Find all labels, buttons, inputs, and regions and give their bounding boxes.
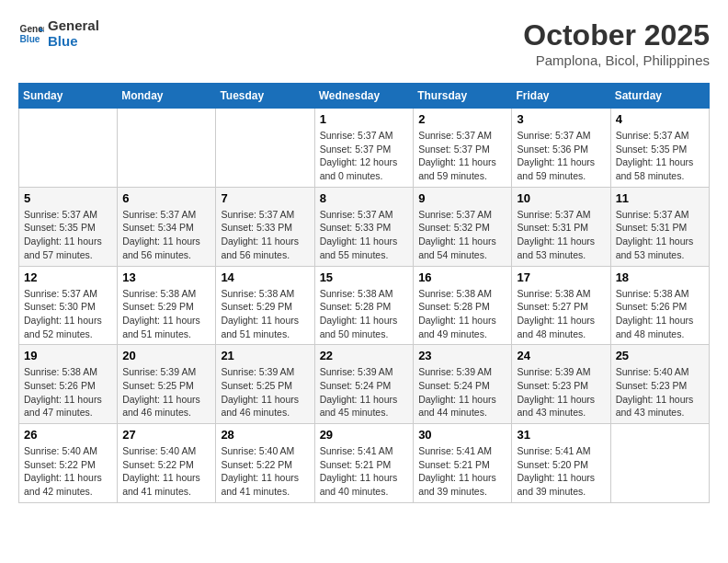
sunrise-text: Sunrise: 5:40 AM <box>122 444 210 458</box>
calendar-cell: 10Sunrise: 5:37 AMSunset: 5:31 PMDayligh… <box>512 187 610 266</box>
daylight-text: Daylight: 11 hours and 53 minutes. <box>517 235 605 261</box>
calendar-cell: 3Sunrise: 5:37 AMSunset: 5:36 PMDaylight… <box>512 109 610 188</box>
day-info: Sunrise: 5:38 AMSunset: 5:29 PMDaylight:… <box>122 287 210 341</box>
daylight-text: Daylight: 11 hours and 43 minutes. <box>616 393 704 419</box>
day-number: 2 <box>418 112 506 126</box>
sunset-text: Sunset: 5:37 PM <box>320 143 409 156</box>
daylight-text: Daylight: 11 hours and 39 minutes. <box>418 471 506 498</box>
sunset-text: Sunset: 5:26 PM <box>24 379 112 393</box>
sunset-text: Sunset: 5:21 PM <box>418 458 506 472</box>
day-number: 8 <box>320 191 409 205</box>
sunrise-text: Sunrise: 5:37 AM <box>221 208 309 222</box>
day-of-week-header: Wednesday <box>314 84 414 109</box>
calendar-cell: 30Sunrise: 5:41 AMSunset: 5:21 PMDayligh… <box>414 424 512 503</box>
daylight-text: Daylight: 11 hours and 51 minutes. <box>221 314 309 340</box>
location-title: Pamplona, Bicol, Philippines <box>523 52 710 68</box>
day-info: Sunrise: 5:37 AMSunset: 5:37 PMDaylight:… <box>418 129 506 183</box>
sunrise-text: Sunrise: 5:37 AM <box>517 129 605 143</box>
sunrise-text: Sunrise: 5:38 AM <box>122 287 210 301</box>
daylight-text: Daylight: 11 hours and 55 minutes. <box>320 235 409 261</box>
sunset-text: Sunset: 5:33 PM <box>320 221 409 235</box>
sunset-text: Sunset: 5:33 PM <box>221 221 309 235</box>
calendar-cell: 21Sunrise: 5:39 AMSunset: 5:25 PMDayligh… <box>216 345 314 424</box>
daylight-text: Daylight: 11 hours and 59 minutes. <box>517 155 605 182</box>
calendar-header-row: SundayMondayTuesdayWednesdayThursdayFrid… <box>19 84 710 109</box>
day-of-week-header: Sunday <box>19 84 118 109</box>
sunset-text: Sunset: 5:30 PM <box>24 300 112 314</box>
daylight-text: Daylight: 11 hours and 47 minutes. <box>24 393 112 419</box>
day-info: Sunrise: 5:40 AMSunset: 5:22 PMDaylight:… <box>24 444 112 499</box>
sunrise-text: Sunrise: 5:38 AM <box>320 287 409 301</box>
day-number: 22 <box>320 349 409 362</box>
day-number: 5 <box>24 191 112 205</box>
day-info: Sunrise: 5:40 AMSunset: 5:22 PMDaylight:… <box>122 444 210 499</box>
logo-icon: General Blue <box>18 21 44 47</box>
daylight-text: Daylight: 11 hours and 41 minutes. <box>122 471 210 498</box>
day-number: 26 <box>24 428 112 442</box>
sunrise-text: Sunrise: 5:41 AM <box>517 444 605 458</box>
calendar-cell <box>610 424 709 503</box>
sunset-text: Sunset: 5:21 PM <box>320 458 409 472</box>
sunset-text: Sunset: 5:26 PM <box>616 300 704 314</box>
sunrise-text: Sunrise: 5:38 AM <box>517 287 605 301</box>
day-number: 29 <box>320 428 409 442</box>
sunrise-text: Sunrise: 5:39 AM <box>122 365 210 379</box>
day-info: Sunrise: 5:38 AMSunset: 5:26 PMDaylight:… <box>616 287 704 341</box>
sunset-text: Sunset: 5:27 PM <box>517 300 605 314</box>
calendar-cell: 6Sunrise: 5:37 AMSunset: 5:34 PMDaylight… <box>118 187 216 266</box>
sunrise-text: Sunrise: 5:40 AM <box>24 444 112 458</box>
day-info: Sunrise: 5:39 AMSunset: 5:25 PMDaylight:… <box>221 365 309 419</box>
sunrise-text: Sunrise: 5:40 AM <box>616 365 704 379</box>
daylight-text: Daylight: 11 hours and 51 minutes. <box>122 314 210 340</box>
day-number: 6 <box>122 191 210 205</box>
calendar-cell: 1Sunrise: 5:37 AMSunset: 5:37 PMDaylight… <box>314 109 414 188</box>
sunset-text: Sunset: 5:35 PM <box>616 143 704 156</box>
day-info: Sunrise: 5:38 AMSunset: 5:27 PMDaylight:… <box>517 287 605 341</box>
calendar-cell: 8Sunrise: 5:37 AMSunset: 5:33 PMDaylight… <box>314 187 414 266</box>
calendar-cell: 15Sunrise: 5:38 AMSunset: 5:28 PMDayligh… <box>314 266 414 345</box>
calendar-week-row: 12Sunrise: 5:37 AMSunset: 5:30 PMDayligh… <box>19 266 710 345</box>
sunrise-text: Sunrise: 5:37 AM <box>320 208 409 222</box>
calendar-cell: 22Sunrise: 5:39 AMSunset: 5:24 PMDayligh… <box>314 345 414 424</box>
calendar-week-row: 26Sunrise: 5:40 AMSunset: 5:22 PMDayligh… <box>19 424 710 503</box>
day-number: 14 <box>221 270 309 284</box>
sunset-text: Sunset: 5:28 PM <box>418 300 506 314</box>
day-number: 17 <box>517 270 605 284</box>
day-info: Sunrise: 5:37 AMSunset: 5:30 PMDaylight:… <box>24 287 112 341</box>
sunrise-text: Sunrise: 5:37 AM <box>418 129 506 143</box>
sunrise-text: Sunrise: 5:37 AM <box>122 208 210 222</box>
day-info: Sunrise: 5:41 AMSunset: 5:21 PMDaylight:… <box>418 444 506 499</box>
day-info: Sunrise: 5:39 AMSunset: 5:24 PMDaylight:… <box>418 365 506 419</box>
calendar-week-row: 1Sunrise: 5:37 AMSunset: 5:37 PMDaylight… <box>19 109 710 188</box>
sunset-text: Sunset: 5:24 PM <box>418 379 506 393</box>
calendar-cell: 16Sunrise: 5:38 AMSunset: 5:28 PMDayligh… <box>414 266 512 345</box>
day-number: 4 <box>616 112 704 126</box>
day-info: Sunrise: 5:40 AMSunset: 5:23 PMDaylight:… <box>616 365 704 419</box>
day-of-week-header: Monday <box>118 84 216 109</box>
day-number: 24 <box>517 349 605 362</box>
sunrise-text: Sunrise: 5:37 AM <box>616 208 704 222</box>
daylight-text: Daylight: 11 hours and 46 minutes. <box>221 393 309 419</box>
sunset-text: Sunset: 5:24 PM <box>320 379 409 393</box>
calendar-cell: 9Sunrise: 5:37 AMSunset: 5:32 PMDaylight… <box>414 187 512 266</box>
calendar-cell: 27Sunrise: 5:40 AMSunset: 5:22 PMDayligh… <box>118 424 216 503</box>
calendar-cell: 13Sunrise: 5:38 AMSunset: 5:29 PMDayligh… <box>118 266 216 345</box>
daylight-text: Daylight: 11 hours and 59 minutes. <box>418 155 506 182</box>
daylight-text: Daylight: 11 hours and 46 minutes. <box>122 393 210 419</box>
sunset-text: Sunset: 5:31 PM <box>616 221 704 235</box>
calendar-cell: 29Sunrise: 5:41 AMSunset: 5:21 PMDayligh… <box>314 424 414 503</box>
logo: General Blue General Blue <box>18 18 99 49</box>
svg-text:Blue: Blue <box>20 34 40 44</box>
day-info: Sunrise: 5:39 AMSunset: 5:23 PMDaylight:… <box>517 365 605 419</box>
day-info: Sunrise: 5:41 AMSunset: 5:20 PMDaylight:… <box>517 444 605 499</box>
day-number: 10 <box>517 191 605 205</box>
day-number: 12 <box>24 270 112 284</box>
calendar-week-row: 5Sunrise: 5:37 AMSunset: 5:35 PMDaylight… <box>19 187 710 266</box>
day-info: Sunrise: 5:37 AMSunset: 5:31 PMDaylight:… <box>616 208 704 262</box>
calendar-week-row: 19Sunrise: 5:38 AMSunset: 5:26 PMDayligh… <box>19 345 710 424</box>
sunrise-text: Sunrise: 5:39 AM <box>320 365 409 379</box>
calendar-cell <box>216 109 314 188</box>
sunset-text: Sunset: 5:20 PM <box>517 458 605 472</box>
sunset-text: Sunset: 5:22 PM <box>24 458 112 472</box>
day-number: 23 <box>418 349 506 362</box>
